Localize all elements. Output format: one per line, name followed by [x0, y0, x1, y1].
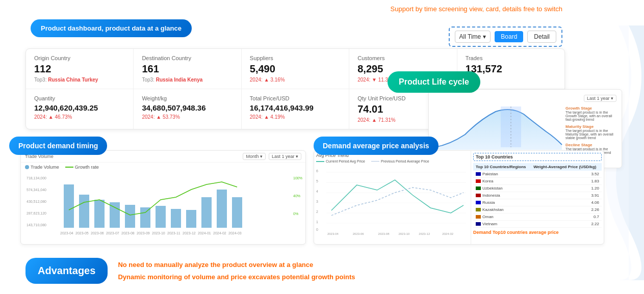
svg-rect-1: [501, 106, 521, 147]
table-row: Oman0.7: [473, 213, 602, 221]
svg-text:2023-12: 2023-12: [419, 232, 430, 235]
price-legend: Current Period Avg Price Previous Period…: [316, 159, 469, 163]
top10-table: Top 10 Countries/Regions Weight-Averaged…: [473, 163, 602, 228]
svg-text:430,512,080: 430,512,080: [27, 200, 46, 203]
svg-rect-13: [110, 202, 120, 228]
svg-text:718,134,000: 718,134,000: [27, 176, 46, 180]
lifecycle-svg: [434, 104, 562, 150]
lifecycle-time-select[interactable]: Last 1 year ▾: [584, 95, 616, 102]
change-val-qty: ▲ 46.73%: [48, 114, 72, 120]
top10-title: Top 10 Countries: [473, 153, 602, 161]
change-val-wt: ▲ 53.73%: [156, 114, 180, 120]
svg-text:40%: 40%: [293, 194, 300, 198]
svg-text:2023-11: 2023-11: [167, 231, 181, 235]
col-countries: Top 10 Countries/Regions: [473, 163, 531, 171]
svg-text:6: 6: [316, 169, 318, 173]
svg-text:2: 2: [316, 210, 318, 213]
table-row: Uzbekistan1.20: [473, 185, 602, 192]
top3-label: Top3:: [34, 77, 46, 83]
country-links: Russia China Turkey: [48, 77, 98, 83]
advantages-text: No need to manually analyze the product …: [118, 259, 355, 283]
svg-text:5: 5: [316, 179, 318, 183]
svg-rect-17: [171, 209, 181, 228]
table-row: Indonesia3.91: [473, 192, 602, 199]
svg-text:2024-02: 2024-02: [442, 232, 454, 235]
svg-rect-21: [232, 197, 242, 228]
stat-weight: Weight/kg 34,680,507,948.36 2024: ▲ 53.7…: [134, 89, 241, 129]
detail-button[interactable]: Detail: [527, 31, 556, 43]
svg-rect-12: [94, 200, 105, 228]
bottom-section: Advantages No need to manually analyze t…: [0, 258, 644, 284]
svg-text:2024-02: 2024-02: [213, 231, 226, 235]
stat-quantity: Quantity 12,940,620,439.25 2024: ▲ 46.73…: [26, 89, 134, 129]
svg-text:1: 1: [316, 220, 318, 224]
svg-rect-16: [156, 206, 166, 228]
demand-timing-label: Product demand timing: [9, 137, 107, 155]
svg-text:2023-05: 2023-05: [75, 231, 89, 235]
table-row: Pakistan3.52: [473, 171, 602, 178]
year-label-sup: 2024:: [250, 77, 263, 83]
svg-text:2023-08: 2023-08: [378, 232, 390, 235]
svg-text:2024-03: 2024-03: [228, 231, 242, 235]
col-price: Weight-Averaged Price (USD/kg): [531, 163, 602, 171]
svg-text:2023-12: 2023-12: [183, 231, 196, 235]
support-text: Support by time screening view, card, de…: [391, 5, 562, 13]
svg-text:2023-10: 2023-10: [152, 231, 165, 235]
svg-text:2023-10: 2023-10: [398, 232, 410, 235]
top10-table-area: Top 10 Countries Top 10 Countries/Region…: [471, 151, 604, 244]
svg-text:2023-09: 2023-09: [137, 231, 150, 235]
advantages-badge: Advantages: [25, 258, 108, 284]
svg-rect-14: [125, 205, 135, 228]
stat-destination-country: Destination Country 161 Top3: Russia Ind…: [134, 49, 241, 89]
svg-text:287,623,120: 287,623,120: [27, 211, 46, 215]
stats-row-1: Origin Country 112 Top3: Russia China Tu…: [26, 49, 564, 89]
svg-text:2023-04: 2023-04: [327, 232, 339, 235]
time-filter-select[interactable]: All Time ▾: [455, 31, 491, 43]
svg-text:574,341,040: 574,341,040: [27, 188, 46, 192]
demand-avg-price-label: Demand average price analysis: [314, 137, 439, 155]
legend-previous: Previous Period Average Price: [371, 159, 429, 163]
bar-chart-svg: 718,134,000 574,341,040 430,512,080 287,…: [21, 169, 305, 235]
stat-suppliers: Suppliers 5,490 2024: ▲ 3.16%: [242, 49, 349, 89]
svg-text:4: 4: [316, 190, 318, 193]
board-button[interactable]: Board: [495, 31, 523, 42]
advantages-line2: Dynamic monitoring of volume and price e…: [118, 271, 355, 283]
svg-text:2023-06: 2023-06: [353, 232, 365, 235]
table-row: Kazakhstan2.26: [473, 206, 602, 213]
change-val-up: ▲ 71.31%: [372, 117, 396, 123]
year-label-up: 2024:: [357, 117, 370, 123]
month-select[interactable]: Month ▾: [243, 153, 266, 160]
svg-text:143,710,080: 143,710,080: [27, 223, 46, 227]
advantages-line1: No need to manually analyze the product …: [118, 259, 355, 271]
year-label-wt: 2024:: [142, 114, 154, 120]
svg-rect-20: [217, 190, 227, 228]
svg-text:100%: 100%: [293, 176, 302, 180]
svg-rect-10: [64, 184, 74, 228]
svg-text:3: 3: [316, 200, 318, 203]
svg-rect-18: [186, 210, 196, 228]
svg-rect-11: [79, 195, 89, 228]
change-val-tp: ▲ 4.19%: [264, 114, 285, 120]
product-lifecycle-bubble: Product Life cycle: [388, 71, 480, 93]
price-trend-area: Avg Price Trend Current Period Avg Price…: [314, 151, 471, 244]
svg-text:2023-08: 2023-08: [121, 231, 135, 235]
stat-total-price: Total Price/USD 16,174,416,943.99 2024: …: [242, 89, 349, 129]
demand-avg-chart: Avg Price Trend Current Period Avg Price…: [314, 150, 604, 245]
dest-country-links: Russia India Kenya: [156, 77, 203, 83]
svg-text:2023-04: 2023-04: [60, 231, 73, 235]
table-row: Korea1.83: [473, 178, 602, 185]
table-row: Vietnam2.22: [473, 221, 602, 228]
svg-text:2023-07: 2023-07: [106, 231, 119, 235]
svg-text:0: 0: [316, 228, 318, 231]
stat-origin-country: Origin Country 112 Top3: Russia China Tu…: [26, 49, 134, 89]
period-select[interactable]: Last 1 year ▾: [269, 153, 301, 160]
dashboard-label: Product dashboard, product data at a gla…: [31, 19, 192, 37]
year-label-cust: 2024:: [357, 77, 370, 83]
chevron-down-icon: ▾: [483, 33, 486, 40]
svg-rect-19: [201, 197, 212, 228]
svg-rect-15: [140, 207, 150, 228]
svg-text:2024-01: 2024-01: [198, 231, 211, 235]
header-controls: All Time ▾ Board Detail: [449, 26, 562, 47]
demand-top10-text: Demand Top10 countries average price: [473, 230, 602, 235]
growth-stage: Growth Stage The target product is in th…: [565, 106, 616, 121]
